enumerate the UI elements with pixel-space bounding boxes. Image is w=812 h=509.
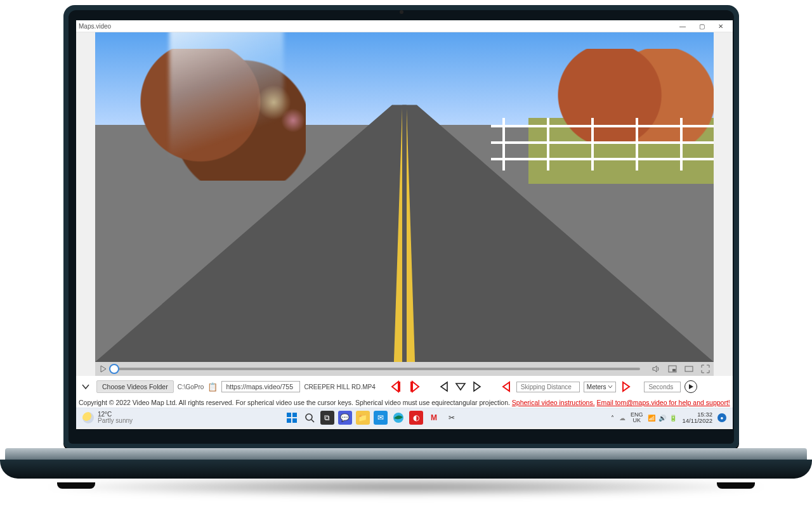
play-icon[interactable] bbox=[99, 364, 108, 373]
screen: Maps.video — ▢ ✕ bbox=[76, 20, 733, 429]
taskbar: 12°C Partly sunny ⧉ 💬 📁 ✉ ◐ M bbox=[76, 408, 733, 427]
svg-rect-1 bbox=[672, 369, 676, 371]
language-indicator[interactable]: ENG UK bbox=[631, 412, 643, 423]
hinge bbox=[5, 448, 807, 461]
taskbar-right: ˄ ☁ ENG UK 📶 🔊 🔋 15:32 14/11/2022 ● bbox=[611, 411, 726, 424]
taskbar-center: ⧉ 💬 📁 ✉ ◐ M ✂ bbox=[133, 411, 611, 425]
clock[interactable]: 15:32 14/11/2022 bbox=[682, 411, 712, 424]
support-email-link[interactable]: Email tom@maps.video for help and suppor… bbox=[596, 399, 730, 406]
seek-thumb[interactable] bbox=[109, 364, 119, 374]
scene-fence bbox=[491, 118, 714, 184]
fullscreen-icon[interactable] bbox=[701, 364, 710, 373]
laptop-base bbox=[0, 448, 812, 485]
task-view-icon[interactable]: ⧉ bbox=[320, 411, 334, 425]
weather-icon bbox=[82, 412, 94, 423]
app-icon-snip[interactable]: ✂ bbox=[445, 411, 459, 425]
deck bbox=[0, 460, 812, 479]
minimize-button[interactable]: — bbox=[673, 23, 692, 30]
seek-slider[interactable] bbox=[114, 368, 640, 370]
close-button[interactable]: ✕ bbox=[711, 23, 730, 30]
mail-icon[interactable]: ✉ bbox=[374, 411, 388, 425]
start-button[interactable] bbox=[285, 411, 299, 425]
notification-badge[interactable]: ● bbox=[717, 413, 726, 422]
foot-left bbox=[57, 482, 95, 489]
chat-icon[interactable]: 💬 bbox=[338, 411, 352, 425]
pip-icon[interactable] bbox=[668, 364, 677, 373]
video-player-bar bbox=[95, 362, 714, 376]
copyright-text: Copyright © 2022 Video Map Ltd. All righ… bbox=[79, 399, 512, 406]
svg-rect-6 bbox=[292, 413, 297, 417]
nav-right-icon[interactable] bbox=[471, 380, 483, 393]
sound-icon[interactable]: 🔊 bbox=[658, 415, 666, 422]
laptop-mockup: Maps.video — ▢ ✕ bbox=[0, 0, 812, 509]
choose-folder-button[interactable]: Choose Videos Folder bbox=[96, 380, 174, 393]
expand-chevron-icon[interactable] bbox=[79, 380, 93, 394]
folder-path-text: C:\GoPro bbox=[178, 383, 204, 390]
maximize-button[interactable]: ▢ bbox=[692, 23, 711, 30]
unit-label: Meters bbox=[587, 383, 606, 390]
window-titlebar: Maps.video — ▢ ✕ bbox=[76, 20, 733, 32]
current-file-text: CREEPER HILL RD.MP4 bbox=[304, 383, 375, 390]
edge-icon[interactable] bbox=[391, 411, 405, 425]
svg-line-10 bbox=[311, 420, 314, 422]
skip-back-icon[interactable] bbox=[500, 380, 513, 393]
onedrive-icon[interactable]: ☁ bbox=[619, 415, 625, 422]
app-icon-m[interactable]: M bbox=[427, 411, 441, 425]
battery-icon[interactable]: 🔋 bbox=[669, 415, 677, 422]
foot-right bbox=[717, 482, 755, 489]
volume-icon[interactable] bbox=[652, 364, 660, 373]
skipping-distance-input[interactable] bbox=[516, 382, 580, 392]
theater-icon[interactable] bbox=[684, 364, 693, 373]
explorer-icon[interactable]: 📁 bbox=[356, 411, 370, 425]
nav-down-icon[interactable] bbox=[454, 380, 467, 393]
seconds-input[interactable] bbox=[644, 382, 681, 392]
spherical-instructions-link[interactable]: Spherical video instructions. bbox=[512, 399, 595, 406]
step-forward-icon[interactable] bbox=[407, 380, 421, 394]
weather-desc: Partly sunny bbox=[98, 418, 133, 425]
step-back-icon[interactable] bbox=[390, 380, 403, 394]
control-row: Choose Videos Folder C:\GoPro 📋 CREEPER … bbox=[76, 376, 733, 397]
svg-point-9 bbox=[306, 414, 312, 420]
search-icon[interactable] bbox=[303, 411, 317, 425]
webcam-dot bbox=[400, 10, 403, 14]
weather-widget[interactable]: 12°C Partly sunny bbox=[82, 411, 133, 425]
lens-flare-dot-2 bbox=[281, 108, 305, 132]
window-title: Maps.video bbox=[79, 23, 111, 30]
svg-rect-5 bbox=[287, 413, 291, 417]
lang-region: UK bbox=[631, 418, 643, 423]
tray-chevron-icon[interactable]: ˄ bbox=[611, 415, 614, 422]
svg-rect-2 bbox=[685, 366, 693, 371]
app-icon-red[interactable]: ◐ bbox=[409, 411, 423, 425]
video-viewport[interactable] bbox=[95, 32, 714, 362]
nav-left-icon[interactable] bbox=[438, 380, 450, 393]
clipboard-icon[interactable]: 📋 bbox=[207, 382, 218, 392]
chevron-down-icon bbox=[608, 384, 613, 389]
skip-forward-icon[interactable] bbox=[620, 380, 632, 393]
wifi-icon[interactable]: 📶 bbox=[648, 415, 655, 422]
play-circle-button[interactable] bbox=[684, 380, 697, 393]
footer-text: Copyright © 2022 Video Map Ltd. All righ… bbox=[76, 397, 733, 408]
unit-select[interactable]: Meters bbox=[584, 382, 617, 392]
url-input[interactable] bbox=[221, 381, 300, 392]
svg-rect-7 bbox=[287, 418, 291, 423]
svg-rect-8 bbox=[292, 418, 297, 423]
clock-date: 14/11/2022 bbox=[682, 418, 712, 424]
